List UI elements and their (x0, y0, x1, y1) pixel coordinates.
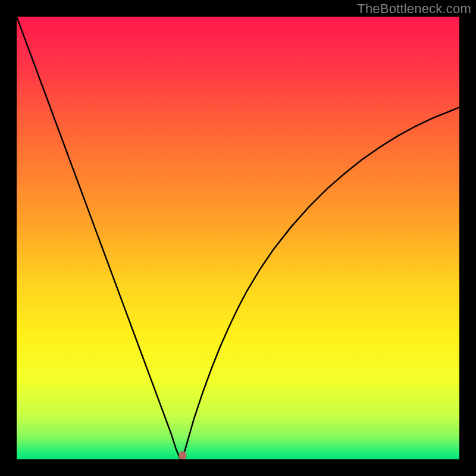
watermark-text: TheBottleneck.com (357, 1, 471, 17)
chart-container: TheBottleneck.com (0, 0, 476, 476)
chart-background (17, 17, 459, 459)
optimal-point-marker (179, 451, 187, 461)
bottleneck-chart (0, 0, 476, 476)
